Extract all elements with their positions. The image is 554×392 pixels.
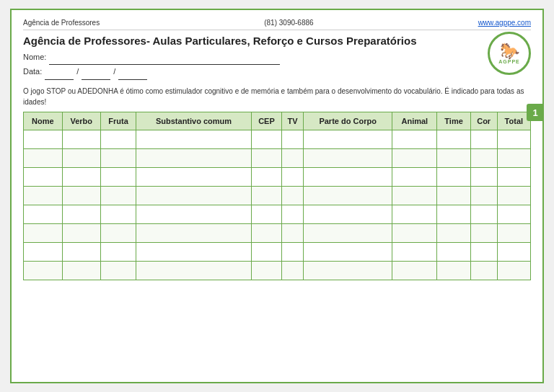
- col-tv: TV: [282, 112, 304, 130]
- table-cell[interactable]: [437, 223, 470, 242]
- table-cell[interactable]: [136, 130, 252, 148]
- table-cell[interactable]: [101, 261, 136, 280]
- table-cell[interactable]: [251, 261, 281, 280]
- table-cell[interactable]: [251, 242, 281, 261]
- table-cell[interactable]: [470, 242, 497, 261]
- table-cell[interactable]: [282, 261, 304, 280]
- table-cell[interactable]: [470, 261, 497, 280]
- table-cell[interactable]: [470, 167, 497, 186]
- table-cell[interactable]: [437, 205, 470, 223]
- date-field-1: [45, 65, 74, 80]
- table-cell[interactable]: [497, 242, 530, 261]
- table-cell[interactable]: [497, 261, 530, 280]
- table-cell[interactable]: [304, 223, 392, 242]
- table-cell[interactable]: [62, 148, 101, 167]
- table-cell[interactable]: [282, 205, 304, 223]
- table-cell[interactable]: [24, 261, 63, 280]
- table-cell[interactable]: [136, 205, 252, 223]
- table-cell[interactable]: [304, 261, 392, 280]
- table-cell[interactable]: [62, 130, 101, 148]
- table-cell[interactable]: [282, 223, 304, 242]
- table-cell[interactable]: [62, 223, 101, 242]
- table-cell[interactable]: [470, 130, 497, 148]
- table-cell[interactable]: [437, 242, 470, 261]
- table-cell[interactable]: [24, 223, 63, 242]
- table-cell[interactable]: [282, 167, 304, 186]
- table-cell[interactable]: [497, 186, 530, 205]
- table-cell[interactable]: [24, 148, 63, 167]
- table-cell[interactable]: [470, 223, 497, 242]
- form-fields: Nome: Data: / /: [23, 50, 480, 80]
- table-cell[interactable]: [437, 148, 470, 167]
- table-cell[interactable]: [62, 167, 101, 186]
- table-cell[interactable]: [251, 205, 281, 223]
- table-cell[interactable]: [251, 167, 281, 186]
- table-cell[interactable]: [101, 148, 136, 167]
- table-cell[interactable]: [62, 242, 101, 261]
- title-section: Agência de Professores- Aulas Particular…: [23, 35, 531, 80]
- table-cell[interactable]: [101, 186, 136, 205]
- table-cell[interactable]: [392, 242, 437, 261]
- main-table: Nome Verbo Fruta Substantivo comum CEP T…: [23, 112, 531, 280]
- table-cell[interactable]: [136, 167, 252, 186]
- table-cell[interactable]: [304, 130, 392, 148]
- table-cell[interactable]: [392, 205, 437, 223]
- table-cell[interactable]: [24, 186, 63, 205]
- table-cell[interactable]: [497, 205, 530, 223]
- table-row: [24, 167, 531, 186]
- table-cell[interactable]: [24, 167, 63, 186]
- table-cell[interactable]: [470, 148, 497, 167]
- table-row: [24, 223, 531, 242]
- table-cell[interactable]: [497, 223, 530, 242]
- table-cell[interactable]: [62, 205, 101, 223]
- table-cell[interactable]: [497, 167, 530, 186]
- table-cell[interactable]: [497, 148, 530, 167]
- table-cell[interactable]: [437, 186, 470, 205]
- table-cell[interactable]: [437, 167, 470, 186]
- table-cell[interactable]: [251, 223, 281, 242]
- logo: 🐎 AGPPE: [488, 32, 531, 75]
- table-cell[interactable]: [101, 242, 136, 261]
- table-cell[interactable]: [304, 186, 392, 205]
- table-cell[interactable]: [497, 130, 530, 148]
- table-cell[interactable]: [304, 167, 392, 186]
- table-cell[interactable]: [101, 167, 136, 186]
- table-cell[interactable]: [24, 205, 63, 223]
- date-sep-1: /: [76, 65, 79, 79]
- website-link[interactable]: www.agppe.com: [478, 19, 531, 27]
- table-cell[interactable]: [136, 242, 252, 261]
- table-cell[interactable]: [437, 261, 470, 280]
- date-sep-2: /: [113, 65, 115, 79]
- table-cell[interactable]: [282, 148, 304, 167]
- table-cell[interactable]: [437, 130, 470, 148]
- table-cell[interactable]: [304, 205, 392, 223]
- table-cell[interactable]: [101, 223, 136, 242]
- table-row: [24, 186, 531, 205]
- table-cell[interactable]: [470, 186, 497, 205]
- table-cell[interactable]: [304, 242, 392, 261]
- table-cell[interactable]: [136, 186, 252, 205]
- table-cell[interactable]: [251, 148, 281, 167]
- table-cell[interactable]: [136, 223, 252, 242]
- table-cell[interactable]: [101, 205, 136, 223]
- table-cell[interactable]: [101, 130, 136, 148]
- table-cell[interactable]: [251, 130, 281, 148]
- table-cell[interactable]: [282, 130, 304, 148]
- table-cell[interactable]: [392, 223, 437, 242]
- table-cell[interactable]: [251, 186, 281, 205]
- table-cell[interactable]: [392, 261, 437, 280]
- table-cell[interactable]: [62, 186, 101, 205]
- table-cell[interactable]: [392, 148, 437, 167]
- table-cell[interactable]: [62, 261, 101, 280]
- table-cell[interactable]: [282, 186, 304, 205]
- table-cell[interactable]: [392, 130, 437, 148]
- table-cell[interactable]: [24, 242, 63, 261]
- table-cell[interactable]: [392, 167, 437, 186]
- table-cell[interactable]: [282, 242, 304, 261]
- table-cell[interactable]: [470, 205, 497, 223]
- table-cell[interactable]: [392, 186, 437, 205]
- table-cell[interactable]: [136, 148, 252, 167]
- table-cell[interactable]: [304, 148, 392, 167]
- table-cell[interactable]: [24, 130, 63, 148]
- table-cell[interactable]: [136, 261, 252, 280]
